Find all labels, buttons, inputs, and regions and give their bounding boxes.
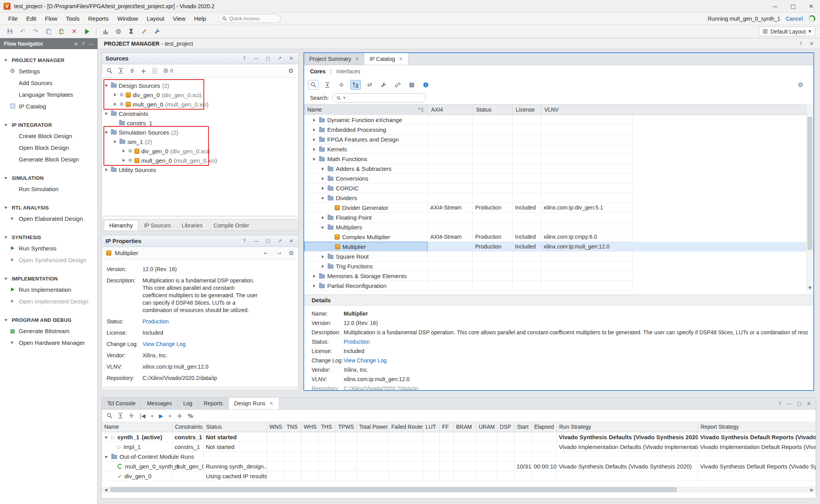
minimize-icon[interactable]: — — [786, 401, 791, 406]
chevron-right-icon[interactable] — [321, 254, 325, 259]
sum-button[interactable]: Σ — [125, 26, 137, 37]
minimize-button[interactable]: — — [766, 0, 784, 12]
section-header[interactable]: RTL ANALYSIS — [0, 202, 97, 213]
sidebar-item-open-elaborated-design[interactable]: Open Elaborated Design — [0, 213, 97, 224]
chevron-down-icon[interactable] — [321, 225, 325, 230]
sidebar-item-run-implementation[interactable]: Run Implementation — [0, 284, 97, 295]
run-row-impl-1[interactable]: ▷impl_1 constrs_1 Not started Vivado Imp… — [102, 442, 816, 452]
link-button[interactable] — [392, 80, 403, 90]
resize-grip[interactable] — [103, 216, 297, 219]
copy-button[interactable] — [43, 26, 54, 37]
close-icon[interactable]: ✕ — [399, 56, 403, 62]
run-row-mult-gen-synth[interactable]: mult_gen_0_synth_1 mult_gen_0 Running sy… — [102, 461, 816, 471]
gear-icon[interactable]: ⚙ — [289, 250, 294, 257]
tree-item-simulation-sources[interactable]: Simulation Sources (2) — [102, 128, 298, 137]
search-input[interactable]: ▼ — [332, 93, 426, 103]
column-header-bram[interactable]: BRAM — [453, 422, 476, 432]
section-header[interactable]: PROJECT MANAGER — [0, 55, 97, 65]
tree-item-constraints[interactable]: Constraints — [102, 109, 298, 118]
column-header-vlnv[interactable]: VLNV — [541, 105, 633, 115]
gear-icon[interactable]: ⚙ — [288, 67, 294, 75]
column-header-dsp[interactable]: DSP — [497, 422, 514, 432]
maximize-icon[interactable]: ◻ — [264, 55, 271, 61]
search-icon[interactable] — [107, 68, 112, 74]
column-header-uram[interactable]: URAM — [476, 422, 497, 432]
paste-button[interactable] — [55, 26, 67, 37]
collapse-icon[interactable]: — — [89, 41, 94, 47]
report-button[interactable] — [100, 26, 111, 37]
close-icon[interactable]: ✕ — [355, 56, 359, 62]
catalog-row[interactable]: FPGA Features and Design — [304, 135, 813, 144]
stop-button[interactable]: ✕ — [68, 26, 80, 37]
subtab-cores[interactable]: Cores — [310, 68, 326, 75]
catalog-row[interactable]: CORDIC — [304, 183, 813, 193]
maximize-icon[interactable]: ◻ — [797, 401, 801, 406]
expand-all-icon[interactable] — [129, 68, 135, 74]
run-button[interactable] — [81, 26, 93, 37]
catalog-row[interactable]: Dividers — [304, 193, 813, 203]
chevron-down-icon[interactable] — [104, 454, 109, 459]
sidebar-item-language-templates[interactable]: Language Templates — [0, 89, 97, 100]
help-icon[interactable]: ? — [241, 238, 248, 244]
column-header-axi4[interactable]: AXI4 — [428, 105, 472, 115]
package-button[interactable]: ▦ — [406, 80, 417, 90]
minimize-icon[interactable]: — — [253, 55, 260, 61]
chevron-right-icon[interactable] — [321, 264, 325, 269]
column-header-total-power[interactable]: Total Power — [357, 422, 389, 432]
chevron-down-icon[interactable] — [312, 157, 317, 161]
help-icon[interactable]: ? — [778, 401, 781, 406]
search-button[interactable] — [107, 413, 112, 419]
add-sources-icon[interactable]: + — [141, 67, 146, 75]
column-header-elapsed[interactable]: Elapsed — [531, 422, 556, 432]
customize-ip-button[interactable] — [378, 80, 389, 90]
layout-selector[interactable]: Default Layout ▼ — [759, 27, 815, 36]
tab-libraries[interactable]: Libraries — [176, 220, 208, 231]
save-button[interactable] — [4, 26, 16, 37]
catalog-row[interactable]: Conversions — [304, 174, 813, 183]
run-row-group-ooc[interactable]: Out-of-Context Module Runs — [102, 452, 816, 461]
edit-pencil-button[interactable] — [138, 26, 150, 37]
chevron-down-icon[interactable] — [104, 130, 109, 135]
chevron-right-icon[interactable] — [312, 147, 317, 152]
chevron-right-icon[interactable] — [312, 284, 317, 288]
report-icon[interactable] — [152, 68, 158, 74]
quick-access-search[interactable]: Quick Access — [218, 14, 281, 23]
group-by-category-button[interactable] — [350, 80, 361, 90]
collapse-all-icon[interactable] — [118, 68, 124, 74]
cancel-link[interactable]: Cancel — [786, 16, 803, 22]
sidebar-item-open-implemented-design[interactable]: Open Implemented Design — [0, 295, 97, 307]
float-icon[interactable]: ↗ — [276, 238, 283, 244]
menu-file[interactable]: File — [4, 14, 22, 23]
catalog-row[interactable]: Adders & Subtracters — [304, 164, 813, 174]
menu-reports[interactable]: Reports — [84, 14, 113, 23]
column-header-license[interactable]: License — [512, 105, 541, 115]
sidebar-item-add-sources[interactable]: Add Sources — [0, 77, 97, 89]
run-row-synth-1[interactable]: ▷synth_1 (active) constrs_1 Not started … — [102, 432, 816, 442]
field-value-status[interactable]: Production — [143, 318, 169, 325]
tree-item-mult-gen[interactable]: ⚙mult_gen_0 (mult_gen_0.xci) — [102, 99, 298, 109]
maximize-icon[interactable]: ◻ — [264, 238, 271, 244]
menu-view[interactable]: View — [169, 14, 190, 23]
sidebar-item-run-synthesis[interactable]: Run Synthesis — [0, 242, 97, 254]
chevron-right-icon[interactable] — [312, 137, 317, 142]
chevron-right-icon[interactable] — [113, 102, 118, 106]
view-change-log-link[interactable]: View Change Log — [143, 341, 185, 348]
search-button[interactable] — [308, 80, 319, 90]
scroll-left-arrow[interactable]: ◀ — [103, 486, 109, 493]
section-header[interactable]: SYNTHESIS — [0, 232, 97, 242]
column-header-failed-routes[interactable]: Failed Routes — [389, 422, 423, 432]
gear-icon[interactable]: ⚙ — [798, 81, 803, 89]
catalog-row[interactable]: Dynamic Function eXchange — [304, 115, 813, 125]
tab-hierarchy[interactable]: Hierarchy — [104, 220, 138, 231]
collapse-all-button[interactable] — [322, 80, 333, 90]
catalog-row[interactable]: Memories & Storage Elements — [304, 271, 813, 281]
sidebar-item-run-simulation[interactable]: Run Simulation — [0, 183, 97, 195]
sidebar-item-generate-bitstream[interactable]: ▦Generate Bitstream — [0, 325, 97, 337]
close-icon[interactable]: ✕ — [288, 238, 295, 244]
column-header-status[interactable]: Status — [203, 422, 267, 432]
chevron-right-icon[interactable] — [113, 92, 118, 97]
menu-tools[interactable]: Tools — [62, 14, 84, 23]
catalog-row[interactable]: Multipliers — [304, 222, 813, 232]
tab-tcl-console[interactable]: Tcl Console — [102, 398, 141, 409]
column-header-ths[interactable]: THS — [318, 422, 335, 432]
